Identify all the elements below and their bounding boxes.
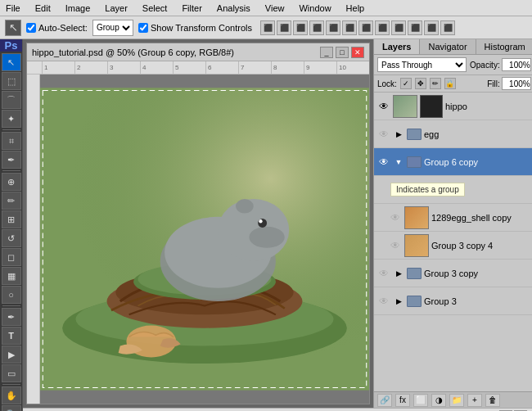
new-layer-button[interactable]: + — [467, 394, 482, 407]
history-brush[interactable]: ↺ — [2, 229, 21, 247]
blend-mode-select[interactable]: Pass Through Normal Multiply Screen — [377, 57, 467, 72]
pen-tool[interactable]: ✒ — [2, 308, 21, 326]
menu-image[interactable]: Image — [63, 3, 93, 13]
layer-item-group3[interactable]: 👁 ▶ Group 3 — [374, 287, 532, 315]
type-tool[interactable]: T — [2, 327, 21, 345]
distribute-middle-icon[interactable]: ⬛ — [424, 20, 439, 35]
visibility-group6copy[interactable]: 👁 — [377, 156, 390, 169]
align-left-icon[interactable]: ⬛ — [260, 20, 275, 35]
distribute-bottom-icon[interactable]: ⬛ — [440, 20, 455, 35]
fill-label: Fill: — [487, 79, 500, 88]
menu-analysis[interactable]: Analysis — [214, 3, 253, 13]
align-bottom-icon[interactable]: ⬛ — [342, 20, 357, 35]
menu-view[interactable]: View — [263, 3, 287, 13]
layer-item-group3copy[interactable]: 👁 ▶ Group 3 copy — [374, 260, 532, 287]
align-center-icon[interactable]: ⬛ — [277, 20, 291, 35]
dodge-tool[interactable]: ○ — [2, 286, 21, 304]
visibility-group3copy[interactable]: 👁 — [377, 267, 390, 280]
layer-name-group3copy4: Group 3 copy 4 — [431, 241, 531, 251]
tab-layers[interactable]: Layers — [374, 39, 420, 54]
close-button[interactable]: ✕ — [351, 47, 364, 58]
clone-tool[interactable]: ⊞ — [2, 210, 21, 228]
menu-filter[interactable]: Filter — [179, 3, 204, 13]
move-tool-indicator: ↖ — [5, 20, 21, 36]
opacity-label: Opacity: — [470, 61, 500, 70]
align-right-icon[interactable]: ⬛ — [293, 20, 308, 35]
menu-help[interactable]: Help — [344, 3, 367, 13]
gradient-tool[interactable]: ▦ — [2, 267, 21, 285]
thumb-eggshell — [404, 206, 429, 229]
main-area: Ps ↖ ⬚ ⌒ ✦ ⌗ ✒ ⊕ ✏ ⊞ ↺ ◻ ▦ ○ ✒ T ▶ ▭ ✋ 🔍 — [0, 39, 532, 408]
tab-navigator[interactable]: Navigator — [420, 39, 476, 54]
menu-select[interactable]: Select — [140, 3, 170, 13]
lock-label: Lock: — [377, 79, 397, 88]
opacity-input[interactable] — [502, 58, 531, 71]
hand-tool[interactable]: ✋ — [2, 386, 21, 404]
marquee-tool[interactable]: ⬚ — [2, 72, 21, 90]
show-transform-checkbox[interactable] — [138, 23, 148, 33]
expand-egg[interactable]: ▶ — [393, 128, 404, 141]
show-transform-label: Show Transform Controls — [138, 23, 252, 33]
move-tool[interactable]: ↖ — [2, 53, 21, 71]
layer-item-group3copy4[interactable]: 👁 Group 3 copy 4 — [374, 232, 532, 260]
path-select-tool[interactable]: ▶ — [2, 346, 21, 364]
expand-group3[interactable]: ▶ — [393, 295, 404, 308]
layer-item-egg[interactable]: 👁 ▶ egg — [374, 120, 532, 148]
layer-item-hippo[interactable]: 👁 hippo — [374, 93, 532, 120]
add-mask-button[interactable]: ⬜ — [413, 394, 428, 407]
layer-name-group3: Group 3 — [424, 296, 531, 306]
eyedropper-tool[interactable]: ✒ — [2, 151, 21, 169]
layers-panel: Layers Navigator Histogram Pass Through … — [373, 39, 532, 408]
layer-name-group6copy: Group 6 copy — [424, 157, 531, 167]
add-adjustment-button[interactable]: ◑ — [431, 394, 446, 407]
menu-window[interactable]: Window — [296, 3, 333, 13]
canvas-body — [27, 75, 369, 404]
visibility-egg[interactable]: 👁 — [377, 128, 390, 141]
lasso-tool[interactable]: ⌒ — [2, 91, 21, 109]
add-group-button[interactable]: 📁 — [449, 394, 464, 407]
lock-row: Lock: ✓ ✥ ✏ 🔒 Fill: — [374, 75, 532, 93]
visibility-group3copy4[interactable]: 👁 — [389, 239, 402, 252]
auto-select-checkbox[interactable] — [26, 23, 36, 33]
eraser-tool[interactable]: ◻ — [2, 248, 21, 266]
canvas-area: hippo_tutorial.psd @ 50% (Group 6 copy, … — [23, 39, 373, 408]
visibility-group3[interactable]: 👁 — [377, 295, 390, 308]
menu-edit[interactable]: Edit — [33, 3, 53, 13]
lock-all-icon[interactable]: 🔒 — [444, 78, 456, 89]
quick-select-tool[interactable]: ✦ — [2, 110, 21, 128]
link-layers-button[interactable]: 🔗 — [377, 394, 392, 407]
distribute-top-icon[interactable]: ⬛ — [408, 20, 422, 35]
shape-tool[interactable]: ▭ — [2, 364, 21, 382]
menu-file[interactable]: File — [3, 3, 23, 13]
align-top-icon[interactable]: ⬛ — [309, 20, 324, 35]
visibility-eggshell[interactable]: 👁 — [389, 211, 402, 224]
menu-layer[interactable]: Layer — [102, 3, 130, 13]
auto-select-dropdown[interactable]: Group Layer — [92, 20, 133, 36]
minimize-button[interactable]: _ — [320, 47, 333, 58]
distribute-center-icon[interactable]: ⬛ — [375, 20, 390, 35]
brush-tool[interactable]: ✏ — [2, 192, 21, 210]
add-style-button[interactable]: fx — [395, 394, 410, 407]
lock-paint-icon[interactable]: ✏ — [430, 78, 441, 89]
ruler-vertical — [27, 75, 40, 404]
healing-tool[interactable]: ⊕ — [2, 173, 21, 191]
canvas-image[interactable] — [40, 75, 369, 404]
delete-layer-button[interactable]: 🗑 — [485, 394, 500, 407]
distribute-right-icon[interactable]: ⬛ — [391, 20, 406, 35]
crop-tool[interactable]: ⌗ — [2, 132, 21, 150]
layer-item-eggshell[interactable]: 👁 1289egg_shell copy — [374, 204, 532, 232]
lock-check-icon[interactable]: ✓ — [400, 78, 412, 89]
titlebar-buttons: _ □ ✕ — [320, 47, 364, 58]
expand-group3copy[interactable]: ▶ — [393, 267, 404, 280]
layer-item-group6copy[interactable]: 👁 ▼ Group 6 copy — [374, 148, 532, 176]
tab-histogram[interactable]: Histogram — [476, 39, 532, 54]
visibility-hippo[interactable]: 👁 — [377, 100, 390, 113]
folder-icon-egg — [407, 129, 422, 140]
distribute-left-icon[interactable]: ⬛ — [358, 20, 373, 35]
canvas-title: hippo_tutorial.psd @ 50% (Group 6 copy, … — [32, 47, 234, 57]
lock-move-icon[interactable]: ✥ — [415, 78, 426, 89]
maximize-button[interactable]: □ — [336, 47, 349, 58]
expand-group6copy[interactable]: ▼ — [393, 156, 404, 169]
align-middle-icon[interactable]: ⬛ — [326, 20, 340, 35]
fill-input[interactable] — [502, 77, 531, 90]
